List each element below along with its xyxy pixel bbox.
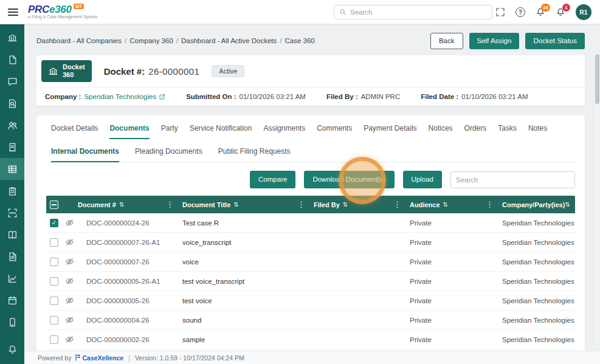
user-avatar[interactable]: R1 — [576, 4, 591, 20]
subtab-pleading-documents[interactable]: Pleading Documents — [135, 147, 202, 162]
column-header-filed-by[interactable]: Filed By⇅⋮ — [312, 196, 409, 213]
visibility-off-icon[interactable] — [65, 257, 74, 266]
tab-assignments[interactable]: Assignments — [263, 124, 305, 139]
subtab-internal-documents[interactable]: Internal Documents — [51, 147, 119, 162]
tab-payment-details[interactable]: Payment Details — [364, 124, 416, 139]
sidebar-item-home[interactable] — [0, 27, 24, 49]
vertical-scrollbar[interactable] — [595, 52, 599, 348]
sidebar-item-tasks[interactable] — [0, 180, 24, 202]
column-menu-icon[interactable]: ⋮ — [393, 200, 401, 209]
sidebar-item-case-search[interactable] — [0, 92, 24, 114]
back-button[interactable]: Back — [430, 33, 463, 49]
column-menu-icon[interactable]: ⋮ — [297, 200, 305, 209]
tab-party[interactable]: Party — [161, 124, 178, 139]
global-search-input[interactable] — [350, 9, 487, 16]
row-checkbox[interactable] — [50, 219, 58, 227]
sidebar-item-users[interactable] — [0, 114, 24, 136]
sidebar-item-reports[interactable] — [0, 246, 24, 267]
visibility-off-icon[interactable] — [65, 238, 74, 247]
sidebar-item-messages[interactable] — [0, 70, 24, 92]
tab-orders[interactable]: Orders — [464, 124, 487, 139]
docket-status-button[interactable]: Docket Status — [525, 33, 585, 49]
submitted-on-label: Submitted On : — [186, 93, 236, 100]
document-number-cell[interactable]: DOC-000000024-26 — [77, 219, 181, 227]
sort-icon[interactable]: ⇅ — [565, 201, 570, 208]
document-row: DOC-000000002-26samplePrivateSperidian T… — [46, 330, 575, 349]
document-number-cell[interactable]: DOC-000000002-26 — [77, 336, 181, 343]
notifications-bell-icon[interactable]: 10 — [536, 7, 545, 17]
visibility-off-icon[interactable] — [65, 335, 74, 344]
tab-documents[interactable]: Documents — [109, 124, 149, 139]
sort-icon[interactable]: ⇅ — [343, 201, 348, 208]
column-header-audience[interactable]: Audience⇅⋮ — [409, 196, 501, 213]
alerts-count-badge: 1 — [562, 4, 570, 12]
company-link[interactable]: Speridian Technologies — [84, 93, 165, 100]
alerts-bell-icon[interactable]: 1 — [556, 7, 565, 17]
menu-toggle-button[interactable] — [0, 0, 26, 24]
visibility-off-icon[interactable] — [65, 296, 74, 305]
documents-table-body: DOC-000000024-26Test case RPrivateSperid… — [46, 213, 575, 349]
tab-service-notification[interactable]: Service Notification — [190, 124, 252, 139]
breadcrumb-item-dashboard-all-companies[interactable]: Dashboard - All Companies — [36, 37, 122, 44]
row-checkbox[interactable] — [50, 258, 58, 266]
sidebar-item-filings[interactable] — [0, 136, 24, 158]
sort-icon[interactable]: ⇅ — [119, 201, 124, 208]
document-number-cell[interactable]: DOC-000000007-26 — [77, 258, 181, 266]
tab-docket-details[interactable]: Docket Details — [51, 124, 98, 139]
docket-info-row: Company : Speridian Technologies Submitt… — [36, 87, 585, 106]
column-menu-icon[interactable]: ⋮ — [166, 200, 174, 209]
download-documents-button[interactable]: Download Document(s) — [304, 171, 394, 188]
column-menu-icon[interactable]: ⋮ — [486, 200, 494, 209]
row-checkbox[interactable] — [50, 335, 58, 344]
sidebar-item-contact[interactable] — [0, 311, 24, 333]
self-assign-button[interactable]: Self Assign — [469, 33, 520, 49]
visibility-off-icon[interactable] — [65, 218, 74, 227]
logo-text: PRCe360SIT — [28, 4, 97, 15]
app-logo[interactable]: PRCe360SIT e-Filing & Case Management Sy… — [28, 4, 97, 19]
select-all-checkbox[interactable] — [50, 201, 58, 209]
tab-notes[interactable]: Notes — [528, 124, 547, 139]
tab-tasks[interactable]: Tasks — [498, 124, 517, 139]
row-checkbox[interactable] — [50, 316, 58, 325]
sidebar-item-notifications[interactable] — [0, 338, 24, 360]
scrollbar-thumb[interactable] — [595, 54, 599, 104]
sidebar-item-scan[interactable] — [0, 202, 24, 224]
document-number-cell[interactable]: DOC-000000007-26-A1 — [77, 239, 181, 246]
row-checkbox[interactable] — [50, 297, 58, 305]
audience-cell: Private — [409, 297, 501, 304]
compare-button[interactable]: Compare — [250, 171, 295, 188]
sidebar-item-analytics[interactable] — [0, 267, 24, 289]
company-info: Company : Speridian Technologies — [45, 93, 165, 100]
row-checkbox[interactable] — [50, 238, 58, 247]
sidebar-item-documents[interactable] — [0, 49, 24, 70]
sidebar-item-library[interactable] — [0, 224, 24, 246]
column-header-document[interactable]: Document #⇅⋮ — [77, 196, 181, 213]
table-search-input[interactable] — [456, 176, 570, 184]
column-header-document-title[interactable]: Document Title⇅⋮ — [181, 196, 312, 213]
breadcrumb-item-dashboard-all-active-dockets[interactable]: Dashboard - All Active Dockets — [181, 37, 277, 44]
document-number-cell[interactable]: DOC-000000005-26-A1 — [77, 278, 181, 285]
visibility-off-icon[interactable] — [65, 276, 74, 286]
visibility-off-icon[interactable] — [65, 315, 74, 325]
row-checkbox[interactable] — [50, 277, 58, 286]
documents-toolbar: Compare Download Document(s) Upload — [46, 171, 575, 188]
sidebar-item-dockets[interactable] — [0, 158, 24, 180]
breadcrumb: Dashboard - All Companies/Company 360/Da… — [36, 37, 315, 44]
tab-comments[interactable]: Comments — [317, 124, 352, 139]
sort-icon[interactable]: ⇅ — [233, 201, 238, 208]
sidebar-item-calendar[interactable] — [0, 289, 24, 311]
document-number-cell[interactable]: DOC-000000004-26 — [77, 317, 181, 324]
subtab-public-filing-requests[interactable]: Public Filing Requests — [218, 147, 291, 162]
document-number-cell[interactable]: DOC-000000005-26 — [77, 297, 181, 304]
upload-button[interactable]: Upload — [403, 171, 442, 188]
breadcrumb-item-company-360[interactable]: Company 360 — [129, 37, 173, 44]
document-title-cell: voice — [181, 258, 312, 266]
help-glyph: ? — [516, 7, 525, 17]
tab-notices[interactable]: Notices — [429, 124, 453, 139]
help-icon[interactable]: ? — [516, 7, 525, 17]
fullscreen-icon[interactable] — [495, 7, 505, 17]
column-header-company-party-ies[interactable]: Company/Party(ies)⇅ — [501, 196, 575, 213]
sort-icon[interactable]: ⇅ — [443, 201, 448, 208]
document-row: DOC-000000005-26-A1test voice_transcript… — [46, 272, 575, 291]
company-cell: Speridian Technologies — [501, 239, 575, 246]
